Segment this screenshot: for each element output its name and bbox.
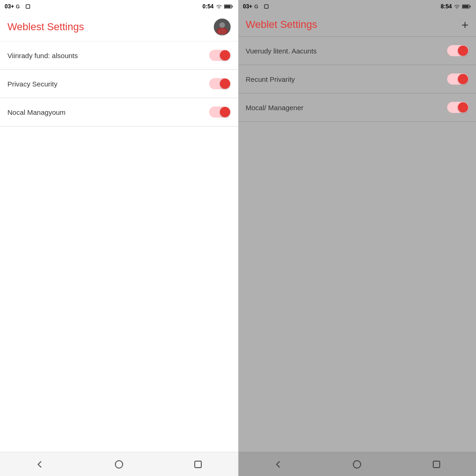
right-app-header: Weblet Settings + — [238, 13, 476, 37]
right-toggle-1[interactable] — [447, 73, 469, 85]
svg-text:G: G — [254, 4, 258, 9]
left-nav-back-button[interactable] — [30, 455, 49, 474]
left-status-time: 0:54 — [202, 3, 213, 10]
svg-rect-8 — [217, 28, 228, 34]
right-status-time-pre: 03+ — [243, 3, 252, 10]
left-toggle-0[interactable] — [209, 50, 231, 61]
svg-rect-12 — [264, 5, 268, 8]
left-status-bar: 03+ G 0:54 — [0, 0, 238, 13]
left-nav-recent-button[interactable] — [189, 455, 207, 474]
svg-rect-4 — [225, 5, 231, 8]
left-nav-home-button[interactable] — [110, 455, 128, 474]
left-status-right: 0:54 — [202, 3, 233, 10]
left-item-2-label: Nocal Managyoum — [7, 108, 66, 116]
left-settings-item-1[interactable]: Privacy Security — [0, 70, 238, 98]
svg-rect-14 — [470, 6, 471, 7]
svg-text:G: G — [16, 4, 20, 9]
left-status-time-pre: 03+ — [5, 3, 14, 10]
left-item-1-label: Privacy Security — [7, 80, 58, 88]
left-panel: 03+ G 0:54 Weblest Settings — [0, 0, 238, 476]
left-header-avatar[interactable] — [214, 19, 231, 35]
right-item-2-label: Mocal/ Managener — [246, 104, 304, 112]
right-u-icon — [264, 4, 269, 9]
right-settings-item-2[interactable]: Mocal/ Managener — [238, 93, 476, 122]
right-status-time: 8:54 — [441, 3, 452, 10]
right-nav-home-button[interactable] — [348, 455, 366, 474]
svg-rect-10 — [195, 461, 201, 468]
left-app-header: Weblest Settings — [0, 13, 238, 41]
svg-rect-17 — [433, 461, 440, 468]
svg-rect-1 — [26, 5, 30, 8]
right-battery-icon — [462, 4, 471, 9]
left-status-left: 03+ G — [5, 3, 31, 10]
home-icon — [114, 460, 124, 469]
right-item-1-label: Recunt Privarity — [246, 75, 295, 83]
right-add-button[interactable]: + — [462, 19, 469, 31]
right-recent-icon — [432, 460, 441, 469]
svg-point-9 — [115, 461, 123, 468]
svg-point-6 — [219, 22, 225, 28]
right-toggle-0[interactable] — [447, 45, 469, 56]
right-status-bar: 03+ G 8:54 — [238, 0, 476, 13]
avatar-icon — [214, 19, 231, 35]
recent-icon — [194, 460, 202, 469]
right-nav-bar — [238, 452, 476, 476]
right-back-icon — [273, 460, 283, 469]
back-icon — [35, 460, 44, 469]
left-battery-icon — [224, 4, 233, 9]
svg-point-16 — [353, 461, 361, 468]
right-status-right: 8:54 — [441, 3, 471, 10]
right-item-0-label: Vuerudy litent. Aacunts — [246, 47, 317, 55]
right-nav-recent-button[interactable] — [427, 455, 446, 474]
u-icon — [25, 4, 31, 9]
left-settings-item-0[interactable]: Viinrady fund: alsounts — [0, 41, 238, 70]
right-settings-list: Vuerudy litent. Aacunts Recunt Privarity… — [238, 37, 476, 452]
right-app-title: Weblet Settings — [246, 19, 317, 31]
right-toggle-2[interactable] — [447, 102, 469, 113]
right-settings-item-0[interactable]: Vuerudy litent. Aacunts — [238, 37, 476, 65]
svg-rect-15 — [463, 5, 469, 8]
left-settings-list: Viinrady fund: alsounts Privacy Security… — [0, 41, 238, 452]
right-status-left: 03+ G — [243, 3, 269, 10]
right-nav-back-button[interactable] — [269, 455, 287, 474]
right-home-icon — [352, 460, 362, 469]
right-panel: 03+ G 8:54 Weblet Settings + Vuerudy lit… — [238, 0, 476, 476]
left-toggle-2[interactable] — [209, 106, 231, 118]
right-g-icon: G — [254, 4, 262, 9]
svg-rect-3 — [231, 6, 232, 7]
left-wifi-icon — [216, 4, 222, 9]
left-settings-item-2[interactable]: Nocal Managyoum — [0, 98, 238, 126]
g-icon: G — [16, 4, 23, 9]
left-app-title: Weblest Settings — [7, 21, 84, 33]
right-wifi-icon — [454, 4, 460, 9]
left-nav-bar — [0, 452, 238, 476]
left-toggle-1[interactable] — [209, 78, 231, 89]
left-item-0-label: Viinrady fund: alsounts — [7, 52, 78, 60]
right-settings-item-1[interactable]: Recunt Privarity — [238, 65, 476, 93]
